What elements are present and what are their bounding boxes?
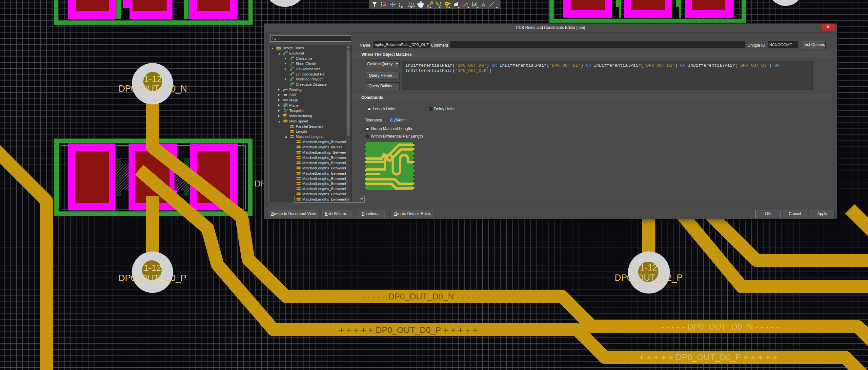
svg-text:- - - - - DP0_OUT_D0_N - - -: - - - - - DP0_OUT_D0_N - - - - - xyxy=(661,322,779,332)
svg-text:A: A xyxy=(482,2,485,8)
svg-text:DP0_OUT_D0_P: DP0_OUT_D0_P xyxy=(118,273,186,283)
svg-text:1-12: 1-12 xyxy=(144,74,162,84)
svg-text:- - - - - DP0_OUT_D0_N - - -: - - - - - DP0_OUT_D0_N - - - - - xyxy=(362,291,480,302)
svg-text:1-12: 1-12 xyxy=(144,263,161,273)
svg-text:1-12: 1-12 xyxy=(640,263,657,273)
svg-text:10: 10 xyxy=(473,3,475,5)
svg-text:DP0_OUT_D2_P: DP0_OUT_D2_P xyxy=(615,273,682,283)
svg-text:+ + + + + DP0_OUT_D0_P + + +: + + + + + DP0_OUT_D0_P + + + + + xyxy=(639,352,777,362)
svg-text:+ + + + + DP0_OUT_D0_P + + +: + + + + + DP0_OUT_D0_P + + + + + xyxy=(339,325,477,335)
svg-text:DP0_OUT_D0_N: DP0_OUT_D0_N xyxy=(119,84,187,93)
